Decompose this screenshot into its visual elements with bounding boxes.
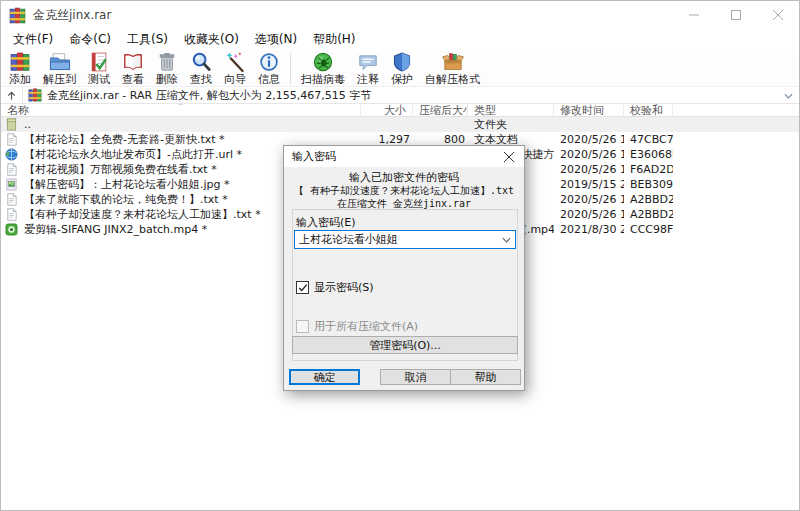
- file-checksum-cell: 47CBC7CF: [624, 132, 673, 147]
- password-input[interactable]: 上村花论坛看小姐姐: [294, 230, 516, 249]
- file-modified-cell: 2019/5/15 22:...: [554, 177, 624, 192]
- column-header[interactable]: 压缩后大小: [413, 104, 468, 116]
- toolbar-button-view[interactable]: 查看: [116, 51, 150, 87]
- column-header[interactable]: 类型: [468, 104, 554, 116]
- file-checksum-cell: E36068BD: [624, 147, 673, 162]
- file-name-text: 爱剪辑-SIFANG JINX2_batch.mp4 *: [24, 222, 207, 237]
- file-checksum-cell: [624, 117, 673, 132]
- text-file-icon: [5, 208, 18, 221]
- toolbar-button-add[interactable]: 添加: [3, 51, 37, 87]
- menu-item-commands[interactable]: 命令(C): [61, 29, 119, 50]
- column-header[interactable]: 校验和: [624, 104, 673, 116]
- menu-item-options[interactable]: 选项(N): [247, 29, 305, 50]
- file-name-text: 【有种子却没速度？来村花论坛人工加速】.txt *: [24, 207, 261, 222]
- dialog-message: 输入已加密文件的密码 【 有种子却没速度？来村花论坛人工加速】.txt 在压缩文…: [284, 171, 524, 210]
- view-book-icon: [122, 51, 144, 73]
- test-check-icon: [88, 51, 110, 73]
- toolbar-button-virus-scan[interactable]: 扫描病毒: [295, 51, 351, 87]
- menu-item-tools[interactable]: 工具(S): [119, 29, 176, 50]
- help-button[interactable]: 帮助: [450, 369, 521, 385]
- archive-path-text: 金克丝jinx.rar - RAR 压缩文件, 解包大小为 2,155,467,…: [47, 88, 371, 103]
- dialog-title: 输入密码: [292, 149, 336, 164]
- toolbar-button-label: 解压到: [43, 74, 76, 86]
- file-name-text: ..: [24, 117, 31, 132]
- toolbar-button-label: 删除: [156, 74, 178, 86]
- password-dialog: 输入密码 输入已加密文件的密码 【 有种子却没速度？来村花论坛人工加速】.txt…: [283, 145, 525, 391]
- menu-item-help[interactable]: 帮助(H): [305, 29, 363, 50]
- file-size-cell: [361, 117, 413, 132]
- winrar-window: 金克丝jinx.rar 文件(F)命令(C)工具(S)收藏夹(O)选项(N)帮助…: [0, 0, 800, 511]
- file-modified-cell: 2020/5/26 11:...: [554, 162, 624, 177]
- file-modified-cell: 2020/5/26 11:...: [554, 207, 624, 222]
- info-circle-icon: [258, 51, 280, 73]
- file-checksum-cell: A2BBD2...: [624, 207, 673, 222]
- toolbar-button-label: 查看: [122, 74, 144, 86]
- file-checksum-cell: CCC98F8E: [624, 222, 673, 237]
- toolbar-button-label: 查找: [190, 74, 212, 86]
- manage-passwords-button[interactable]: 管理密码(O)...: [292, 336, 518, 354]
- table-header-row: 名称⌃大小压缩后大小类型修改时间校验和: [1, 104, 799, 117]
- toolbar-button-delete[interactable]: 删除: [150, 51, 184, 87]
- toolbar-button-label: 向导: [224, 74, 246, 86]
- password-dropdown-icon[interactable]: [497, 237, 515, 243]
- show-password-checkbox[interactable]: 显示密码(S): [296, 280, 374, 295]
- add-books-icon: [9, 51, 31, 73]
- toolbar-button-label: 注释: [357, 74, 379, 86]
- toolbar-button-comment[interactable]: 注释: [351, 51, 385, 87]
- cancel-button[interactable]: 取消: [380, 369, 451, 385]
- virus-scan-icon: [312, 51, 334, 73]
- close-button[interactable]: [757, 1, 799, 29]
- column-header[interactable]: 大小: [361, 104, 413, 116]
- minimize-button[interactable]: [673, 1, 715, 29]
- menu-item-file[interactable]: 文件(F): [5, 29, 61, 50]
- toolbar-button-label: 扫描病毒: [301, 74, 345, 86]
- column-header[interactable]: 名称⌃: [1, 104, 361, 116]
- file-type-cell: 文件夹: [468, 117, 554, 132]
- toolbar-button-protect[interactable]: 保护: [385, 51, 419, 87]
- password-label: 输入密码(E): [296, 215, 356, 230]
- menu-item-favorites[interactable]: 收藏夹(O): [176, 29, 247, 50]
- maximize-button[interactable]: [715, 1, 757, 29]
- archive-path-field[interactable]: 金克丝jinx.rar - RAR 压缩文件, 解包大小为 2,155,467,…: [23, 87, 799, 103]
- address-bar: 金克丝jinx.rar - RAR 压缩文件, 解包大小为 2,155,467,…: [1, 87, 799, 104]
- file-row[interactable]: ..文件夹: [1, 117, 799, 132]
- video-file-icon: [5, 223, 18, 236]
- file-checksum-cell: F6AD2D...: [624, 162, 673, 177]
- menu-bar: 文件(F)命令(C)工具(S)收藏夹(O)选项(N)帮助(H): [1, 29, 799, 50]
- toolbar-button-info[interactable]: 信息: [252, 51, 286, 87]
- toolbar-button-label: 测试: [88, 74, 110, 86]
- all-archives-label: 用于所有压缩文件(A): [314, 319, 418, 334]
- window-title: 金克丝jinx.rar: [33, 7, 111, 24]
- toolbar-button-find[interactable]: 查找: [184, 51, 218, 87]
- file-modified-cell: 2020/5/26 11:...: [554, 132, 624, 147]
- file-name-text: 【村花论坛永久地址发布页】-点此打开.url *: [24, 147, 242, 162]
- magnifier-icon: [190, 51, 212, 73]
- toolbar-button-wizard[interactable]: 向导: [218, 51, 252, 87]
- dialog-close-button[interactable]: [494, 146, 524, 167]
- toolbar-button-label: 信息: [258, 74, 280, 86]
- file-name-text: 【来了就能下载的论坛，纯免费！】.txt *: [24, 192, 228, 207]
- file-modified-cell: [554, 117, 624, 132]
- checkbox-checked-icon: [296, 281, 309, 294]
- up-directory-button[interactable]: [1, 87, 23, 103]
- toolbar-button-sfx[interactable]: 自解压格式: [419, 51, 486, 87]
- file-checksum-cell: A2BBD2...: [624, 192, 673, 207]
- file-modified-cell: 2021/8/30 23:...: [554, 222, 624, 237]
- folder-icon: [5, 118, 18, 131]
- extract-folder-icon: [49, 51, 71, 73]
- show-password-label: 显示密码(S): [314, 280, 374, 295]
- dialog-file-name: 【 有种子却没速度？来村花论坛人工加速】.txt: [284, 184, 524, 197]
- toolbar-button-test[interactable]: 测试: [82, 51, 116, 87]
- file-packed-cell: [413, 117, 468, 132]
- ok-button[interactable]: 确定: [289, 369, 360, 385]
- column-header[interactable]: 修改时间: [554, 104, 624, 116]
- toolbar: 添加解压到测试查看删除查找向导信息扫描病毒注释保护自解压格式: [1, 50, 799, 87]
- magic-wand-icon: [224, 51, 246, 73]
- archive-icon: [28, 88, 42, 102]
- dialog-title-bar: 输入密码: [284, 146, 524, 167]
- all-archives-checkbox[interactable]: 用于所有压缩文件(A): [296, 319, 418, 334]
- dialog-message-line1: 输入已加密文件的密码: [284, 171, 524, 184]
- toolbar-button-extract[interactable]: 解压到: [37, 51, 82, 87]
- address-dropdown-icon[interactable]: [784, 88, 799, 102]
- image-file-icon: [5, 178, 18, 191]
